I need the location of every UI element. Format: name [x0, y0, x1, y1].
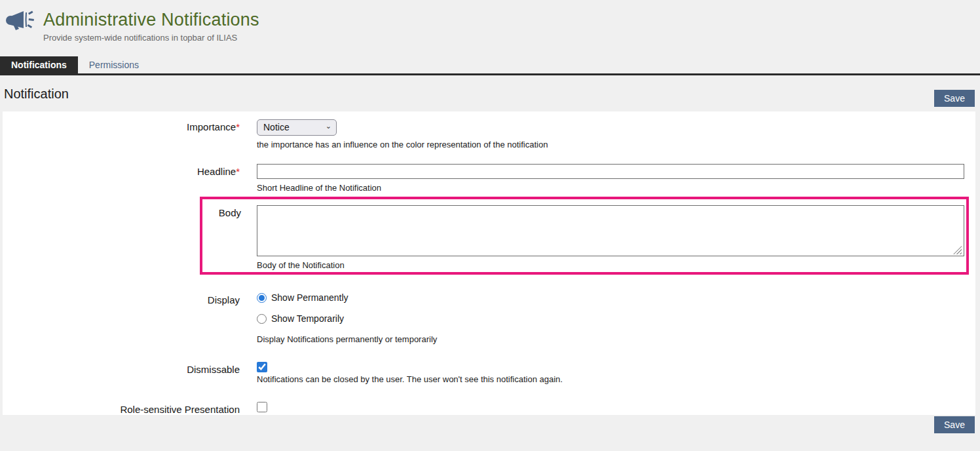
dismissable-help: Notifications can be closed by the user.… — [257, 374, 975, 384]
show-temporarily-label[interactable]: Show Temporarily — [271, 313, 344, 324]
tabbar: Notifications Permissions — [0, 56, 980, 75]
show-permanently-radio[interactable] — [257, 293, 267, 303]
save-button-bottom[interactable]: Save — [934, 416, 975, 433]
save-button-top[interactable]: Save — [934, 90, 975, 107]
headline-label: Headline* — [3, 164, 257, 193]
tab-notifications[interactable]: Notifications — [0, 56, 78, 73]
headline-row: Headline* Short Headline of the Notifica… — [3, 164, 975, 193]
role-sensitive-row: Role-sensitive Presentation Only the sel… — [3, 402, 975, 415]
body-label: Body — [202, 205, 257, 270]
importance-label: Importance* — [3, 119, 257, 149]
megaphone-icon — [5, 9, 35, 31]
headline-help: Short Headline of the Notification — [257, 183, 975, 193]
body-row: Body Body of the Notification — [202, 205, 966, 270]
required-marker: * — [236, 166, 240, 177]
dismissable-checkbox[interactable] — [257, 362, 267, 372]
importance-help: the importance has an influence on the c… — [257, 140, 975, 149]
display-label: Display — [3, 292, 257, 344]
page-subtitle: Provide system-wide notifications in top… — [43, 33, 980, 43]
tab-permissions[interactable]: Permissions — [78, 56, 150, 73]
notification-form: Importance* Notice ⌄ the importance has … — [3, 111, 975, 415]
role-sensitive-checkbox[interactable] — [257, 402, 267, 412]
page-title: Administrative Notifications — [43, 10, 259, 30]
display-help: Display Notifications permanently or tem… — [257, 334, 975, 344]
form-section-title: Notification — [4, 87, 69, 102]
body-help: Body of the Notification — [257, 260, 966, 270]
show-permanently-label[interactable]: Show Permanently — [271, 292, 349, 303]
body-textarea[interactable] — [257, 205, 964, 256]
display-row: Display Show Permanently Show Temporaril… — [3, 292, 975, 344]
show-temporarily-radio[interactable] — [257, 314, 267, 324]
page-header: Administrative Notifications Provide sys… — [0, 0, 980, 43]
headline-input[interactable] — [257, 164, 964, 179]
dismissable-label: Dismissable — [3, 362, 257, 384]
bottom-bar: Save — [0, 415, 980, 448]
role-sensitive-label: Role-sensitive Presentation — [3, 402, 257, 415]
dismissable-row: Dismissable Notifications can be closed … — [3, 362, 975, 384]
section-bar: Notification Save — [0, 75, 980, 111]
importance-row: Importance* Notice ⌄ the importance has … — [3, 119, 975, 149]
required-marker: * — [236, 121, 240, 132]
importance-select[interactable]: Notice — [257, 119, 337, 136]
body-row-highlight: Body Body of the Notification — [200, 197, 969, 275]
